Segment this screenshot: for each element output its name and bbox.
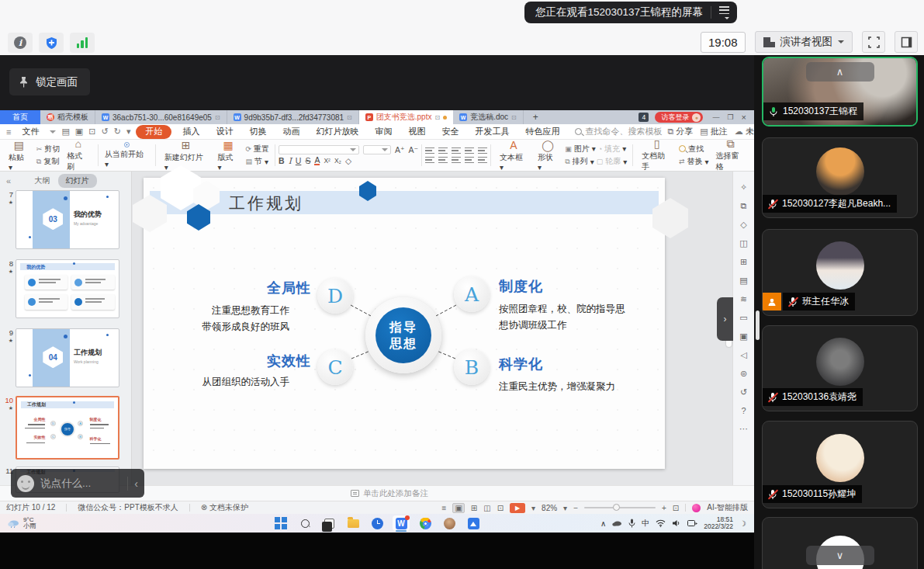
settings-tool-icon[interactable]: ⊚ <box>740 369 747 379</box>
slide-sorter-button[interactable]: ⊞ <box>471 504 477 512</box>
chart-tool-icon[interactable]: ▤ <box>739 276 747 286</box>
slideshow-play-button[interactable]: ▶ <box>510 503 525 513</box>
history-tool-icon[interactable]: ↺ <box>740 387 747 397</box>
menu-file[interactable]: 文件 <box>16 125 44 138</box>
speaker-tray-icon[interactable] <box>672 519 681 527</box>
social-app-button[interactable] <box>441 515 458 531</box>
slide-thumbnail-8[interactable]: 我的优势 <box>16 259 119 318</box>
menu-tab-design[interactable]: 设计 <box>210 125 238 138</box>
grid-tool-icon[interactable]: ⊞ <box>740 257 747 267</box>
audio-tool-icon[interactable]: ◁ <box>740 350 746 360</box>
bullets-icon[interactable] <box>425 147 434 154</box>
tab-docer-templates[interactable]: 稻 稻壳模板 <box>40 110 95 124</box>
decrease-indent-icon[interactable] <box>452 147 461 154</box>
clock-app-button[interactable] <box>369 515 386 531</box>
slide-thumbnail-10-current[interactable]: 工作规划 指导 D A C B 全局性 制度化 实效性 <box>16 396 119 460</box>
zoom-level[interactable]: 82% <box>542 504 557 512</box>
play-options-caret[interactable]: ▾ <box>531 504 535 512</box>
wifi-tray-icon[interactable] <box>656 519 666 527</box>
cut-button[interactable]: ✂剪切 <box>36 144 61 154</box>
meeting-info-button[interactable]: i <box>8 33 33 53</box>
menu-tab-view[interactable]: 视图 <box>403 125 431 138</box>
pane-tool-icon[interactable]: ▭ <box>739 313 747 323</box>
menu-tab-devtools[interactable]: 开发工具 <box>469 125 514 138</box>
tray-expand-icon[interactable]: ∧ <box>600 519 606 528</box>
network-quality-button[interactable] <box>70 33 95 53</box>
smart-features-icon[interactable]: ✧ <box>740 182 747 193</box>
strike-button[interactable]: S <box>305 156 310 165</box>
collapse-panel-icon[interactable]: « <box>6 176 11 186</box>
scroll-down-participants-button[interactable]: ∨ <box>806 546 874 565</box>
line-spacing-icon[interactable] <box>478 147 487 154</box>
arrange-button[interactable]: ⧉排列 ▾ ▢轮廓 ▾ <box>565 156 627 167</box>
justify-icon[interactable] <box>465 157 474 164</box>
copy-style-icon[interactable]: ⧉ <box>741 201 747 211</box>
picture-button[interactable]: ▣图片 ▾ ◔填充 ▾ <box>565 144 627 154</box>
tab-presentation-active[interactable]: P 团支书竞选.pptx ⊡ <box>359 110 453 124</box>
projector-view-button[interactable]: ⊡ <box>497 504 504 512</box>
participant-tile-huabing[interactable]: 班主任华冰 <box>762 229 918 316</box>
more-tools-icon[interactable]: ⋯ <box>739 424 748 434</box>
window-minimize-button[interactable]: — <box>712 113 719 121</box>
taskbar-search-button[interactable] <box>296 515 313 531</box>
file-explorer-button[interactable] <box>344 515 362 531</box>
bold-button[interactable]: B <box>279 156 285 165</box>
fit-slide-button[interactable]: ⊡ <box>673 504 679 512</box>
sidebar-resize-handle[interactable] <box>756 311 760 340</box>
menu-tab-transition[interactable]: 切换 <box>244 125 272 138</box>
redo-icon[interactable]: ↻ <box>114 127 121 137</box>
align-right-icon[interactable] <box>452 157 461 164</box>
copy-button[interactable]: ⧉复制 <box>36 156 61 167</box>
reset-button[interactable]: ⟳重置 <box>246 144 270 154</box>
tab-home[interactable]: 首页 <box>0 110 40 124</box>
menu-tab-animation[interactable]: 动画 <box>277 125 305 138</box>
window-close-button[interactable]: × <box>742 113 746 122</box>
decrease-font-button[interactable]: A⁻ <box>409 145 419 154</box>
panel-tab-slides[interactable]: 幻灯片 <box>58 174 97 188</box>
menu-tab-slideshow[interactable]: 幻灯片放映 <box>310 125 364 138</box>
font-color-button[interactable]: A <box>314 156 320 165</box>
banner-menu-icon[interactable] <box>719 5 729 19</box>
print-preview-icon[interactable]: ⊡ <box>88 127 95 137</box>
view-mode-dropdown[interactable]: 演讲者视图 <box>755 31 853 53</box>
participant-tile-yuanjingyao[interactable]: 152030136袁靖尧 <box>762 325 918 411</box>
superscript-button[interactable]: X² <box>324 157 330 165</box>
participant-tile-partial[interactable]: ∨ <box>762 517 918 569</box>
fullscreen-button[interactable] <box>862 31 885 53</box>
sidebar-toggle-button[interactable] <box>895 31 918 53</box>
clear-format-button[interactable]: ◇ <box>345 156 351 165</box>
comment-button[interactable]: ▤ 批注 <box>700 126 727 137</box>
increase-indent-icon[interactable] <box>465 147 474 154</box>
ime-indicator[interactable]: 中 <box>642 518 649 529</box>
panel-tab-outline[interactable]: 大纲 <box>35 175 50 186</box>
lock-view-button[interactable]: 锁定画面 <box>9 68 90 95</box>
emoji-icon[interactable] <box>17 475 34 492</box>
security-button[interactable] <box>39 33 64 53</box>
align-center-icon[interactable] <box>438 157 448 164</box>
zoom-slider[interactable] <box>584 507 656 508</box>
notification-moon-icon[interactable]: ☽ <box>739 519 746 528</box>
print-icon[interactable]: ▣ <box>75 127 83 137</box>
cloud-tray-icon[interactable] <box>612 520 622 527</box>
section-button[interactable]: ▤节 ▾ <box>246 156 270 167</box>
help-tool-icon[interactable]: ? <box>741 406 746 415</box>
zoom-caret[interactable]: ▾ <box>563 504 567 512</box>
menu-tab-special[interactable]: 特色应用 <box>520 125 565 138</box>
align-left-icon[interactable] <box>425 157 434 164</box>
underline-button[interactable]: U <box>296 156 302 165</box>
chat-input-placeholder[interactable]: 说点什么... <box>40 477 121 491</box>
slide-thumbnail-7[interactable]: 03 我的优势 My advantage <box>16 190 119 249</box>
menu-tab-security[interactable]: 安全 <box>436 125 464 138</box>
stamp-tool-icon[interactable]: ◫ <box>739 238 747 248</box>
tab-writer-doc-3[interactable]: W 竞选稿.doc ⊡ <box>453 110 524 124</box>
layout-button[interactable]: ▦ 版式 ▾ <box>215 140 242 172</box>
zoom-in-button[interactable]: + <box>662 504 666 512</box>
doc-assistant-button[interactable]: ▯ 文档助手 <box>638 138 675 172</box>
subscript-button[interactable]: X₂ <box>334 157 341 165</box>
normal-view-button[interactable]: ▣ <box>452 503 464 513</box>
undo-icon[interactable]: ↺ <box>101 127 108 137</box>
selection-pane-button[interactable]: ⧉ 选择窗格 <box>712 138 749 172</box>
chrome-button[interactable] <box>417 515 434 531</box>
menu-tab-start[interactable]: 开始 <box>136 125 171 139</box>
start-button[interactable] <box>272 515 289 531</box>
